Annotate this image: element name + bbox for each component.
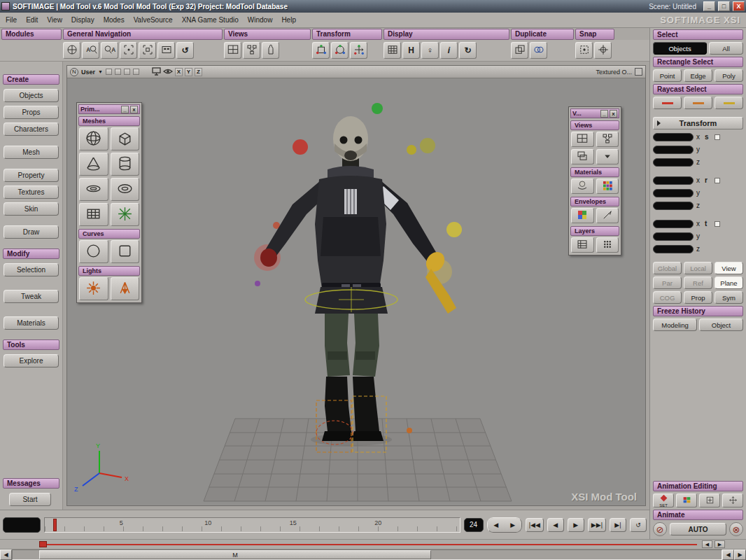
play-backward-button[interactable]: ◀ [547,518,564,532]
step-forward-button[interactable]: ▶ [505,518,521,532]
scroll-left-end-button[interactable]: ◀ [722,550,734,560]
menu-file[interactable]: File [6,16,17,24]
range-right-button[interactable]: ▶ [715,540,725,548]
cog-button[interactable]: COG [653,291,682,304]
sphere-primitive-button[interactable] [79,127,108,150]
remove-key-button[interactable]: ⊗ [729,522,743,536]
camera-memo-button[interactable] [157,42,175,59]
palette-close-icon[interactable]: x [130,106,138,113]
figure-display-button[interactable]: ♀ [421,42,439,59]
messages-start-button[interactable]: Start [9,493,51,506]
select-point-button[interactable]: Point [653,69,682,82]
create-property-button[interactable]: Property [3,169,59,182]
toolbar-header-snap[interactable]: Snap [575,29,614,40]
camera-memo-slot-icon[interactable] [124,69,130,75]
monitor-icon[interactable] [152,67,161,77]
translate-y-field[interactable] [653,232,694,241]
par-mode-button[interactable]: Par [653,276,682,289]
translate-x-field[interactable] [653,220,694,228]
toolbar-header-modules[interactable]: Modules [1,29,62,40]
menu-view[interactable]: View [47,16,62,24]
raycast-point-button[interactable] [653,97,682,109]
toolbar-header-transform[interactable]: Transform [312,29,382,40]
camera-dropdown-icon[interactable]: ▼ [98,69,103,74]
eye-icon[interactable] [163,67,173,77]
local-mode-button[interactable]: Local [684,262,712,274]
plane-mode-button[interactable]: Plane [715,276,743,289]
open-layout-view-button[interactable] [571,132,594,147]
envelope-assign-button[interactable] [596,208,619,223]
square-curve-button[interactable] [111,240,140,263]
views-palette-titlebar[interactable]: V... _ x [570,108,619,118]
range-start-handle[interactable] [39,541,47,547]
refresh-display-button[interactable]: ↻ [459,42,477,59]
menu-edit[interactable]: Edit [26,16,38,24]
instance-button[interactable] [530,42,547,59]
cylinder-primitive-button[interactable] [111,153,140,176]
modify-tweak-button[interactable]: Tweak [3,290,59,303]
raycast-edge-button[interactable] [684,97,712,109]
play-button[interactable]: ▶ [568,518,584,532]
menu-display[interactable]: Display [71,16,94,24]
weight-paint-button[interactable] [571,208,594,223]
go-to-end-button[interactable]: ▶▶| [588,518,606,532]
timeline-start-display[interactable] [3,517,41,533]
toolbar-header-views[interactable]: Views [224,29,311,40]
prop-button[interactable]: Prop [684,291,712,304]
toolbar-header-duplicate[interactable]: Duplicate [511,29,574,40]
viewport-id-icon[interactable]: N [70,68,78,76]
create-objects-button[interactable]: Objects [3,89,59,102]
cube-primitive-button[interactable] [111,127,140,150]
scale-tool-button[interactable] [312,42,330,59]
translate-group-button[interactable]: t [705,220,712,227]
menu-modes[interactable]: Modes [104,16,125,24]
scrollbar-thumb[interactable]: M [39,550,431,559]
retime-button[interactable] [722,493,743,507]
zoom-selection-button[interactable]: A [82,42,99,59]
camera-memo-slot-icon[interactable] [133,69,139,75]
global-mode-button[interactable]: Global [653,262,682,274]
range-left-button[interactable]: ◀ [702,540,712,548]
scale-z-field[interactable] [653,158,694,167]
select-poly-button[interactable]: Poly [715,69,743,82]
menu-window[interactable]: Window [248,16,273,24]
transform-panel-header[interactable]: Transform [653,117,743,130]
primitives-palette-titlebar[interactable]: Prim... _ x [78,104,140,114]
select-objects-button[interactable]: Objects [653,42,707,55]
view-mode-button[interactable]: View [715,262,743,274]
create-draw-button[interactable]: Draw [3,225,59,239]
spot-light-button[interactable] [111,277,140,300]
open-explorer-button[interactable] [571,149,594,164]
create-props-button[interactable]: Props [3,106,59,119]
add-key-button[interactable] [699,493,720,507]
scrollbar-track[interactable]: M [12,550,722,560]
scale-group-button[interactable]: s [705,133,712,141]
hide-toggle-button[interactable]: H [402,42,420,59]
rotate-lock-toggle[interactable] [715,178,720,183]
maximize-button[interactable]: □ [718,1,730,11]
frame-all-button[interactable] [139,42,156,59]
translate-tool-button[interactable] [350,42,367,59]
close-button[interactable]: X [733,1,745,11]
viewport-content[interactable]: Y X Z Prim... _ x [67,78,645,505]
scale-y-field[interactable] [653,146,694,154]
open-schematic-button[interactable] [596,132,619,147]
menu-xna-game-studio[interactable]: XNA Game Studio [182,16,239,24]
scale-lock-toggle[interactable] [715,134,720,140]
range-track[interactable] [41,544,697,545]
undo-view-button[interactable]: ↺ [176,42,194,59]
current-frame-field[interactable]: 24 [464,518,484,532]
freeze-object-button[interactable]: Object [699,318,743,331]
select-all-button[interactable]: All [709,42,743,55]
next-key-button[interactable]: ▶| [610,518,626,532]
tools-explore-button[interactable]: Explore [3,354,59,368]
create-textures-button[interactable]: Textures [3,186,59,199]
toolbar-header-display[interactable]: Display [383,29,509,40]
zoom-all-button[interactable]: A [101,42,118,59]
nav-orbit-button[interactable] [63,42,80,59]
camera-memo-slot-icon[interactable] [115,69,121,75]
timeline-ruler[interactable]: 5 10 15 20 [44,517,460,533]
display-mode-menu[interactable]: Textured O... [596,69,632,76]
views-more-button[interactable] [596,149,619,164]
scroll-left-button[interactable]: ◀ [0,550,12,560]
